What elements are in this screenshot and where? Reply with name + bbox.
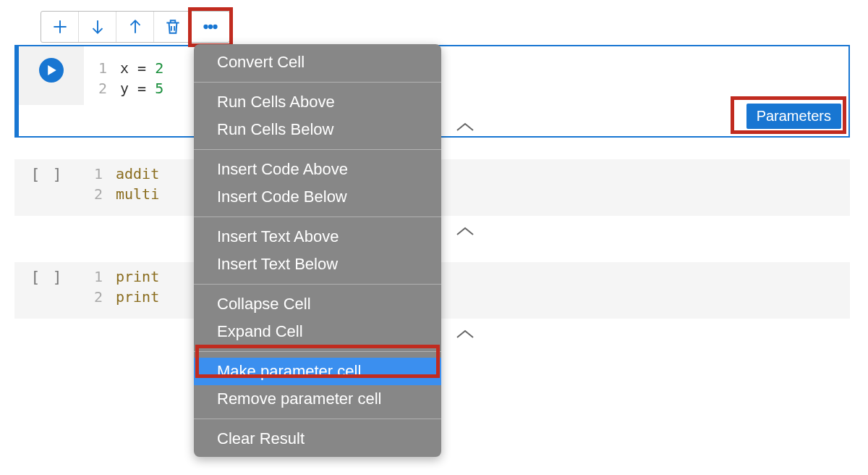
chevron-up-icon[interactable] [456, 326, 475, 345]
cell-prompt: [ ] [14, 262, 80, 319]
line-number: 1 [84, 58, 107, 78]
cell-prompt [19, 46, 84, 136]
chevron-up-icon[interactable] [456, 119, 475, 138]
menu-make-parameter-cell[interactable]: Make parameter cell [194, 358, 441, 385]
menu-insert-text-above[interactable]: Insert Text Above [194, 223, 441, 251]
menu-remove-parameter-cell[interactable]: Remove parameter cell [194, 385, 441, 413]
line-number: 1 [80, 164, 103, 184]
menu-clear-result[interactable]: Clear Result [194, 425, 441, 453]
menu-separator [194, 351, 441, 352]
menu-convert-cell[interactable]: Convert Cell [194, 49, 441, 76]
move-down-button[interactable] [79, 12, 116, 42]
chevron-up-icon[interactable] [456, 223, 475, 242]
menu-separator [194, 217, 441, 217]
menu-run-cells-below[interactable]: Run Cells Below [194, 116, 441, 143]
execution-indicator: [ ] [30, 268, 64, 319]
menu-insert-code-below[interactable]: Insert Code Below [194, 183, 441, 211]
plus-icon [51, 17, 69, 36]
trash-icon [163, 17, 182, 36]
move-up-button[interactable] [116, 12, 154, 42]
arrow-down-icon [88, 17, 107, 36]
delete-cell-button[interactable] [154, 12, 192, 42]
execution-indicator: [ ] [30, 165, 64, 216]
line-gutter: 1 2 [84, 46, 120, 136]
menu-separator [194, 419, 441, 419]
menu-collapse-cell[interactable]: Collapse Cell [194, 290, 441, 318]
menu-run-cells-above[interactable]: Run Cells Above [194, 88, 441, 116]
play-icon [47, 65, 57, 75]
line-gutter: 1 2 [80, 159, 116, 216]
svg-point-1 [209, 25, 212, 28]
arrow-up-icon [126, 17, 145, 36]
more-actions-button[interactable] [192, 12, 229, 42]
menu-separator [194, 284, 441, 285]
line-number: 2 [84, 78, 107, 98]
run-cell-button[interactable] [39, 58, 64, 83]
svg-point-2 [213, 25, 216, 28]
svg-point-0 [204, 25, 207, 28]
line-number: 2 [80, 184, 103, 204]
menu-separator [194, 149, 441, 150]
menu-separator [194, 82, 441, 83]
more-actions-menu: Convert Cell Run Cells Above Run Cells B… [194, 44, 441, 457]
line-number: 1 [80, 266, 103, 287]
parameters-tag: Parameters [746, 104, 841, 129]
more-icon [201, 17, 220, 36]
add-cell-button[interactable] [41, 12, 79, 42]
line-gutter: 1 2 [80, 262, 116, 319]
menu-expand-cell[interactable]: Expand Cell [194, 318, 441, 345]
menu-insert-text-below[interactable]: Insert Text Below [194, 251, 441, 278]
line-number: 2 [80, 287, 103, 307]
menu-insert-code-above[interactable]: Insert Code Above [194, 156, 441, 183]
cell-toolbar [41, 11, 230, 43]
cell-prompt: [ ] [14, 159, 80, 216]
